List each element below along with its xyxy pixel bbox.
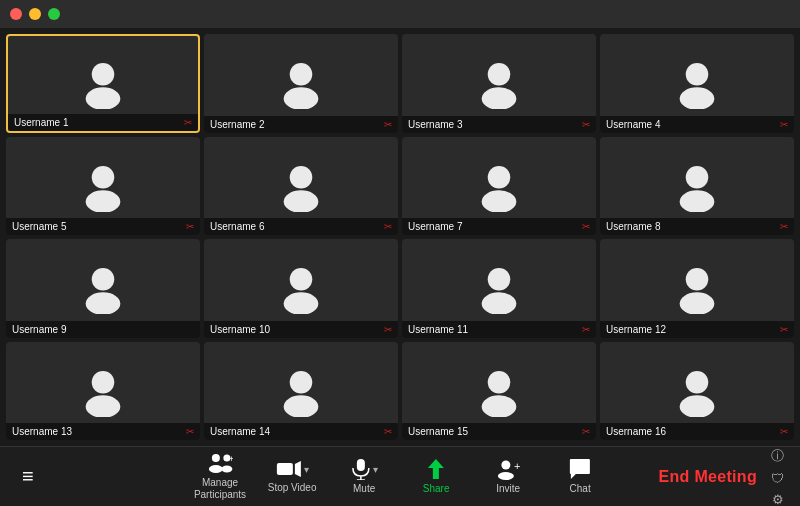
mute-indicator-12: ✂: [780, 324, 788, 335]
mute-indicator-14: ✂: [384, 426, 392, 437]
toolbar: ≡ + ManageParticipants ▾: [0, 446, 800, 506]
menu-button[interactable]: ≡: [16, 459, 40, 494]
toolbar-right: End Meeting ⓘ 🛡 ⚙: [659, 447, 784, 507]
svg-point-21: [482, 293, 517, 315]
svg-point-12: [488, 166, 511, 189]
end-meeting-button[interactable]: End Meeting: [659, 468, 757, 486]
mute-indicator-8: ✂: [780, 221, 788, 232]
participant-tile-7[interactable]: Username 7 ✂: [402, 137, 596, 236]
participant-name-15: Username 15: [408, 426, 468, 437]
svg-point-43: [502, 461, 511, 470]
mute-indicator-10: ✂: [384, 324, 392, 335]
mute-indicator-16: ✂: [780, 426, 788, 437]
side-icons: ⓘ 🛡 ⚙: [771, 447, 784, 507]
manage-participants-icon: +: [207, 452, 233, 474]
participant-name-4: Username 4: [606, 119, 660, 130]
mute-indicator-6: ✂: [384, 221, 392, 232]
participant-tile-15[interactable]: Username 15 ✂: [402, 342, 596, 441]
svg-point-7: [680, 88, 715, 110]
svg-point-32: [212, 454, 220, 462]
participant-name-8: Username 8: [606, 221, 660, 232]
participant-name-5: Username 5: [12, 221, 66, 232]
mute-icon: ▾: [351, 458, 378, 480]
participant-tile-13[interactable]: Username 13 ✂: [6, 342, 200, 441]
participant-tile-6[interactable]: Username 6 ✂: [204, 137, 398, 236]
mute-indicator-3: ✂: [582, 119, 590, 130]
mute-indicator-5: ✂: [186, 221, 194, 232]
participant-name-7: Username 7: [408, 221, 462, 232]
svg-point-44: [498, 472, 514, 480]
svg-point-20: [488, 268, 511, 291]
participant-tile-5[interactable]: Username 5 ✂: [6, 137, 200, 236]
participant-tile-16[interactable]: Username 16 ✂: [600, 342, 794, 441]
svg-marker-42: [428, 459, 444, 479]
title-bar: [0, 0, 800, 28]
invite-label: Invite: [496, 483, 520, 495]
chat-button[interactable]: Chat: [554, 458, 606, 495]
participant-name-1: Username 1: [14, 117, 68, 128]
info-icon[interactable]: ⓘ: [771, 447, 784, 465]
svg-point-33: [209, 465, 223, 473]
participant-tile-10[interactable]: Username 10 ✂: [204, 239, 398, 338]
chat-label: Chat: [570, 483, 591, 495]
participant-tile-14[interactable]: Username 14 ✂: [204, 342, 398, 441]
svg-point-5: [482, 88, 517, 110]
svg-point-16: [92, 268, 115, 291]
share-button[interactable]: Share: [410, 458, 462, 495]
svg-point-17: [86, 293, 121, 315]
svg-rect-37: [277, 463, 293, 475]
svg-point-29: [482, 395, 517, 417]
minimize-button[interactable]: [29, 8, 41, 20]
svg-text:+: +: [229, 454, 233, 464]
svg-point-1: [86, 88, 121, 110]
participant-tile-11[interactable]: Username 11 ✂: [402, 239, 596, 338]
participant-name-2: Username 2: [210, 119, 264, 130]
stop-video-icon: ▾: [276, 459, 309, 479]
svg-rect-39: [357, 459, 365, 471]
svg-marker-38: [295, 461, 301, 477]
participant-name-6: Username 6: [210, 221, 264, 232]
svg-point-35: [222, 466, 233, 473]
mute-label: Mute: [353, 483, 375, 495]
participant-tile-1[interactable]: Username 1 ✂: [6, 34, 200, 133]
svg-point-25: [86, 395, 121, 417]
settings-icon[interactable]: ⚙: [772, 492, 784, 507]
manage-participants-label: ManageParticipants: [194, 477, 246, 501]
shield-icon[interactable]: 🛡: [771, 471, 784, 486]
svg-point-0: [92, 63, 115, 86]
svg-point-11: [284, 190, 319, 212]
svg-point-22: [686, 268, 709, 291]
participant-tile-3[interactable]: Username 3 ✂: [402, 34, 596, 133]
participant-tile-9[interactable]: Username 9: [6, 239, 200, 338]
participants-grid: Username 1 ✂ Username 2 ✂ Username 3 ✂ U…: [0, 28, 800, 446]
svg-point-27: [284, 395, 319, 417]
svg-point-31: [680, 395, 715, 417]
invite-icon: +: [496, 458, 520, 480]
invite-button[interactable]: + Invite: [482, 458, 534, 495]
svg-point-14: [686, 166, 709, 189]
participant-name-16: Username 16: [606, 426, 666, 437]
participant-tile-4[interactable]: Username 4 ✂: [600, 34, 794, 133]
mute-indicator-13: ✂: [186, 426, 194, 437]
chat-icon: [568, 458, 592, 480]
svg-point-18: [290, 268, 313, 291]
close-button[interactable]: [10, 8, 22, 20]
share-icon: [424, 458, 448, 480]
participant-name-13: Username 13: [12, 426, 72, 437]
participant-tile-12[interactable]: Username 12 ✂: [600, 239, 794, 338]
manage-participants-button[interactable]: + ManageParticipants: [194, 452, 246, 501]
maximize-button[interactable]: [48, 8, 60, 20]
stop-video-label: Stop Video: [268, 482, 317, 494]
svg-point-9: [86, 190, 121, 212]
svg-point-13: [482, 190, 517, 212]
mute-button[interactable]: ▾ Mute: [338, 458, 390, 495]
participant-name-9: Username 9: [12, 324, 66, 335]
toolbar-controls: + ManageParticipants ▾ Stop Video: [194, 452, 606, 501]
svg-point-19: [284, 293, 319, 315]
participant-tile-2[interactable]: Username 2 ✂: [204, 34, 398, 133]
mute-indicator-1: ✂: [184, 117, 192, 128]
participant-name-12: Username 12: [606, 324, 666, 335]
stop-video-button[interactable]: ▾ Stop Video: [266, 459, 318, 494]
participant-tile-8[interactable]: Username 8 ✂: [600, 137, 794, 236]
svg-point-4: [488, 63, 511, 86]
